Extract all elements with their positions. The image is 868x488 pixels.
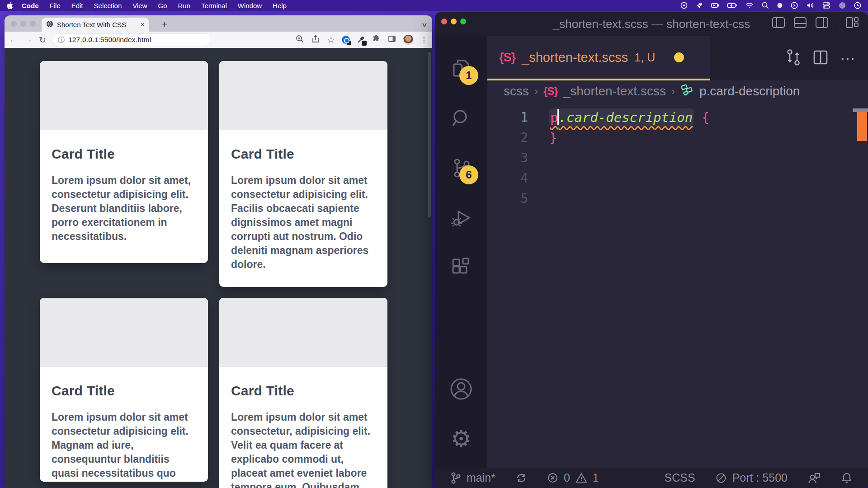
more-actions-icon[interactable]: ⋯ bbox=[840, 49, 856, 67]
search-view-icon[interactable] bbox=[448, 106, 474, 131]
screen-record-icon[interactable] bbox=[711, 1, 720, 9]
play-circle-icon[interactable] bbox=[790, 1, 798, 9]
clock-icon[interactable] bbox=[854, 1, 862, 9]
open-changes-icon[interactable] bbox=[786, 48, 801, 68]
settings-gear-icon[interactable]: ⚙ bbox=[448, 426, 474, 451]
source-control-icon[interactable]: 6 bbox=[448, 155, 474, 181]
siri-icon[interactable] bbox=[838, 1, 846, 9]
page-scrollbar[interactable] bbox=[428, 52, 431, 217]
rocket-icon[interactable] bbox=[695, 1, 703, 9]
code-line[interactable]: 5 bbox=[487, 188, 868, 209]
toggle-sidebar-icon[interactable] bbox=[772, 17, 785, 32]
code-editor[interactable]: 1 p.card-description { 2 } 3 4 5 bbox=[487, 102, 868, 468]
breadcrumb-symbol[interactable]: p.card-description bbox=[699, 84, 800, 99]
breadcrumb-file[interactable]: _shorten-text.scss bbox=[563, 84, 666, 99]
toggle-secondary-sidebar-icon[interactable] bbox=[815, 17, 829, 32]
run-debug-icon[interactable] bbox=[448, 205, 474, 230]
warning-count: 1 bbox=[593, 471, 599, 484]
record-dot-icon[interactable] bbox=[777, 2, 783, 9]
forward-icon[interactable]: → bbox=[24, 35, 33, 45]
vscode-window-controls[interactable] bbox=[441, 19, 466, 24]
explorer-icon[interactable]: 1 bbox=[448, 56, 474, 81]
layout-controls bbox=[772, 12, 859, 36]
line-number: 1 bbox=[487, 110, 533, 125]
share-icon[interactable] bbox=[311, 34, 320, 45]
problems-item[interactable]: 0 1 bbox=[547, 471, 599, 484]
code-line[interactable]: 1 p.card-description { bbox=[487, 107, 868, 127]
extensions-puzzle-icon[interactable] bbox=[372, 34, 381, 45]
menu-item-file[interactable]: File bbox=[50, 2, 61, 9]
volume-icon[interactable] bbox=[806, 1, 815, 9]
line-number: 4 bbox=[487, 171, 533, 186]
sync-changes-item[interactable] bbox=[515, 472, 527, 484]
back-icon[interactable]: ← bbox=[9, 35, 18, 45]
editor-tab[interactable]: {S} _shorten-text.scss 1, U bbox=[487, 36, 710, 80]
menu-item-window[interactable]: Window bbox=[238, 2, 262, 9]
branch-name: main* bbox=[467, 471, 495, 484]
tab-overflow-chevron-icon[interactable]: ∨ bbox=[421, 21, 428, 28]
card-description: Lorem ipsum dolor sit amet consectetur, … bbox=[231, 410, 376, 488]
browser-menu-icon[interactable]: ⋮ bbox=[420, 35, 428, 45]
site-info-icon[interactable]: ⓘ bbox=[58, 36, 65, 44]
live-server-port-item[interactable]: Port : 5500 bbox=[715, 471, 788, 484]
search-icon[interactable] bbox=[761, 1, 769, 9]
web-page-content: Card Title Lorem ipsum dolor sit amet, c… bbox=[5, 48, 432, 488]
bookmark-star-icon[interactable]: ☆ bbox=[327, 34, 335, 45]
url-text[interactable]: 127.0.0.1:5500/index.html bbox=[68, 36, 151, 44]
reload-icon[interactable]: ↻ bbox=[39, 35, 46, 45]
card-description: Lorem ipsum dolor sit amet, consectetur … bbox=[52, 174, 196, 244]
password-extension-icon[interactable] bbox=[342, 36, 350, 44]
menu-item-help[interactable]: Help bbox=[273, 2, 287, 9]
notifications-bell-icon[interactable] bbox=[841, 472, 853, 484]
target-icon[interactable] bbox=[680, 1, 688, 9]
menu-item-terminal[interactable]: Terminal bbox=[201, 2, 227, 9]
breadcrumb-folder[interactable]: scss bbox=[504, 84, 529, 99]
titlebar-separator bbox=[837, 19, 837, 30]
accounts-icon[interactable] bbox=[448, 376, 474, 402]
activity-bar: 1 6 ⚙ bbox=[435, 36, 487, 468]
overview-ruler-cursor-marker bbox=[853, 108, 868, 112]
menu-app-name[interactable]: Code bbox=[22, 2, 39, 9]
menu-item-selection[interactable]: Selection bbox=[94, 2, 122, 9]
battery-icon[interactable] bbox=[727, 1, 738, 9]
card-image-placeholder bbox=[219, 61, 387, 130]
language-mode[interactable]: SCSS bbox=[665, 471, 695, 484]
control-center-icon[interactable] bbox=[822, 1, 831, 9]
new-tab-button[interactable]: + bbox=[162, 19, 167, 30]
menu-item-edit[interactable]: Edit bbox=[71, 2, 83, 9]
zoom-icon[interactable] bbox=[295, 34, 304, 45]
tab-close-icon[interactable]: × bbox=[141, 21, 145, 29]
line-number: 3 bbox=[487, 150, 533, 165]
error-count: 0 bbox=[564, 471, 570, 484]
code-line[interactable]: 2 } bbox=[487, 127, 868, 148]
address-bar[interactable]: ⓘ 127.0.0.1:5500/index.html bbox=[52, 34, 211, 46]
code-line[interactable]: 4 bbox=[487, 168, 868, 188]
split-editor-icon[interactable] bbox=[813, 50, 828, 67]
apple-logo-icon[interactable] bbox=[6, 2, 14, 9]
code-token-tag: p bbox=[550, 110, 558, 125]
menu-item-run[interactable]: Run bbox=[178, 2, 191, 9]
unsaved-changes-dot[interactable] bbox=[674, 52, 684, 62]
card: Card Title Lorem ipsum dolor sit amet co… bbox=[40, 298, 208, 482]
customize-layout-icon[interactable] bbox=[845, 17, 859, 32]
toggle-panel-icon[interactable] bbox=[793, 17, 807, 32]
source-control-badge: 6 bbox=[459, 165, 478, 184]
toolbar-right-icons: ☆ ⋮ bbox=[295, 34, 428, 45]
card-description: Lorem ipsum dolor sit amet consectetur a… bbox=[52, 410, 196, 482]
menu-item-view[interactable]: View bbox=[132, 2, 147, 9]
menu-item-go[interactable]: Go bbox=[158, 2, 167, 9]
profile-avatar[interactable] bbox=[403, 35, 413, 45]
git-branch-item[interactable]: main* bbox=[450, 471, 495, 484]
eyedropper-extension-icon[interactable] bbox=[357, 36, 365, 44]
browser-tab[interactable]: Shorten Text With CSS × bbox=[42, 18, 149, 32]
card-title: Card Title bbox=[231, 383, 376, 399]
symbol-icon bbox=[680, 83, 694, 99]
tab-decoration: 1, U bbox=[634, 51, 655, 64]
card-title: Card Title bbox=[231, 146, 376, 162]
wifi-icon[interactable] bbox=[745, 1, 754, 9]
browser-window-controls[interactable] bbox=[11, 21, 36, 27]
extensions-icon[interactable] bbox=[448, 255, 474, 280]
code-line[interactable]: 3 bbox=[487, 148, 868, 168]
feedback-icon[interactable] bbox=[807, 472, 821, 484]
side-panel-icon[interactable] bbox=[387, 34, 396, 45]
